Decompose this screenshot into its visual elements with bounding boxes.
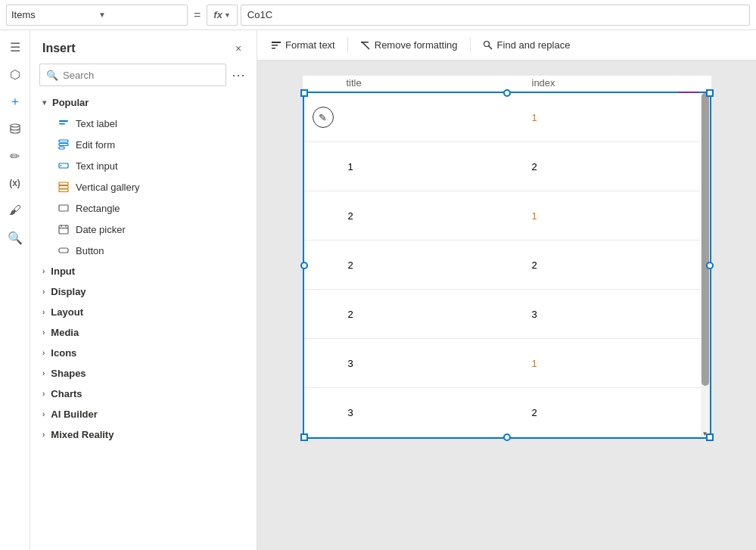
section-shapes-label: Shapes [51, 368, 86, 379]
popular-chevron-icon: ▾ [42, 98, 46, 107]
section-layout[interactable]: › Layout [30, 302, 257, 322]
side-icon-layers[interactable]: ⬡ [3, 62, 27, 86]
item-text-input[interactable]: Text input [30, 155, 257, 176]
item-edit-form-label: Edit form [76, 139, 115, 151]
side-icon-menu[interactable]: ☰ [3, 35, 27, 59]
item-date-picker[interactable]: Date picker [30, 219, 257, 240]
svg-rect-2 [59, 123, 65, 125]
item-rectangle[interactable]: Rectangle [30, 197, 257, 219]
gallery-row[interactable]: 2 1 [304, 191, 710, 241]
gallery-row[interactable]: 3 2 [304, 388, 710, 437]
side-icon-pencil[interactable]: ✏ [3, 144, 27, 168]
gallery-cell-title-6: 3 [342, 406, 526, 420]
section-mixed-reality[interactable]: › Mixed Reality [30, 424, 257, 445]
section-layout-label: Layout [51, 306, 83, 318]
format-text-label: Format text [285, 39, 335, 51]
section-display-label: Display [51, 286, 86, 297]
section-ai-builder[interactable]: › AI Builder [30, 404, 257, 424]
gallery-cell-index-0: 1 [526, 110, 710, 125]
section-input[interactable]: › Input [30, 261, 257, 281]
resize-handle-right[interactable] [706, 262, 714, 269]
section-media[interactable]: › Media [30, 322, 257, 343]
col-label-title: title [341, 77, 526, 89]
item-text-label-label: Text label [76, 118, 117, 129]
svg-rect-5 [59, 147, 64, 149]
edit-button-cell[interactable]: ✎ [304, 107, 342, 128]
search-input[interactable] [63, 70, 219, 81]
side-icon-search[interactable]: 🔍 [3, 225, 27, 250]
canvas-content: title index [303, 76, 711, 439]
remove-formatting-button[interactable]: Remove formatting [353, 34, 465, 57]
svg-line-23 [488, 45, 492, 49]
more-options-button[interactable]: ⋯ [229, 66, 247, 84]
toolbar-separator-2 [470, 38, 471, 53]
svg-rect-9 [59, 186, 68, 189]
fx-button[interactable]: fx ▼ [207, 5, 237, 26]
gallery-row[interactable]: 3 1 [304, 339, 710, 388]
item-vertical-gallery-label: Vertical gallery [76, 182, 140, 193]
svg-rect-16 [59, 248, 68, 253]
edit-circle-icon[interactable]: ✎ [313, 107, 334, 128]
format-text-button[interactable]: Format text [263, 34, 343, 57]
equals-sign: = [194, 8, 201, 22]
ribbon-toolbar: Format text Remove formatting Find and r… [257, 30, 756, 61]
gallery-cell-title-2: 2 [342, 209, 526, 223]
section-charts[interactable]: › Charts [30, 384, 257, 404]
find-replace-button[interactable]: Find and replace [475, 34, 578, 57]
gallery-row[interactable]: 2 2 [304, 241, 710, 290]
shapes-chevron-icon: › [42, 369, 45, 378]
search-box[interactable]: 🔍 [39, 64, 226, 86]
gallery-container[interactable]: ✎ 1 1 2 [303, 92, 711, 439]
side-icon-add[interactable]: ＋ [3, 89, 27, 113]
gallery-cell-title-5: 3 [342, 356, 526, 371]
canvas-area[interactable]: title index [257, 61, 756, 550]
insert-close-button[interactable]: × [229, 39, 247, 57]
section-mixed-reality-label: Mixed Reality [51, 429, 114, 440]
ai-builder-chevron-icon: › [42, 410, 45, 418]
resize-handle-corner-tr[interactable] [706, 89, 714, 97]
gallery-cell-title-4: 2 [342, 307, 526, 322]
section-popular[interactable]: ▾ Popular [30, 92, 257, 113]
side-icon-database[interactable] [3, 117, 27, 141]
side-icon-variable[interactable]: (x) [3, 171, 27, 195]
side-icons-panel: ☰ ⬡ ＋ ✏ (x) 🖌 🔍 [0, 30, 30, 550]
svg-rect-6 [59, 163, 68, 168]
resize-handle-bottom[interactable] [503, 433, 511, 441]
item-vertical-gallery[interactable]: Vertical gallery [30, 176, 257, 197]
gallery-row[interactable]: ✎ 1 [304, 93, 710, 142]
side-icon-brush[interactable]: 🖌 [3, 198, 27, 222]
item-text-label[interactable]: Text label [30, 113, 257, 134]
rectangle-icon [58, 202, 70, 214]
gallery-cell-index-2: 1 [526, 209, 710, 223]
resize-handle-corner-bl[interactable] [300, 433, 308, 441]
section-icons[interactable]: › Icons [30, 343, 257, 363]
fx-label: fx [213, 9, 222, 20]
section-shapes[interactable]: › Shapes [30, 363, 257, 384]
resize-handle-corner-br[interactable] [706, 433, 714, 441]
svg-rect-18 [272, 45, 278, 46]
search-row: 🔍 ⋯ [30, 64, 257, 92]
section-ai-builder-label: AI Builder [51, 409, 97, 420]
section-charts-label: Charts [51, 388, 82, 399]
insert-header: Insert × [30, 30, 257, 64]
gallery-cell-title-1: 1 [342, 160, 526, 174]
item-button-label: Button [76, 245, 104, 256]
resize-handle-left[interactable] [300, 262, 308, 269]
gallery-cell-title-3: 2 [342, 258, 526, 272]
item-button[interactable]: Button [30, 240, 257, 261]
formula-bar[interactable]: Co1C [241, 5, 750, 26]
fx-chevron-icon: ▼ [224, 11, 231, 19]
item-edit-form[interactable]: Edit form [30, 134, 257, 155]
section-display[interactable]: › Display [30, 281, 257, 302]
remove-formatting-icon [360, 40, 371, 51]
col-label-spacer [303, 77, 341, 89]
dropdown-value: Items [11, 9, 95, 20]
gallery-row[interactable]: 2 3 [304, 290, 710, 339]
gallery-cell-index-6: 2 [526, 406, 710, 420]
scrollbar-thumb[interactable] [702, 93, 709, 386]
resize-handle-top[interactable] [503, 89, 511, 97]
vertical-gallery-icon [58, 181, 70, 193]
gallery-row[interactable]: 1 2 [304, 142, 710, 191]
items-dropdown[interactable]: Items ▼ [6, 5, 188, 26]
resize-handle-corner-tl[interactable] [300, 89, 308, 97]
